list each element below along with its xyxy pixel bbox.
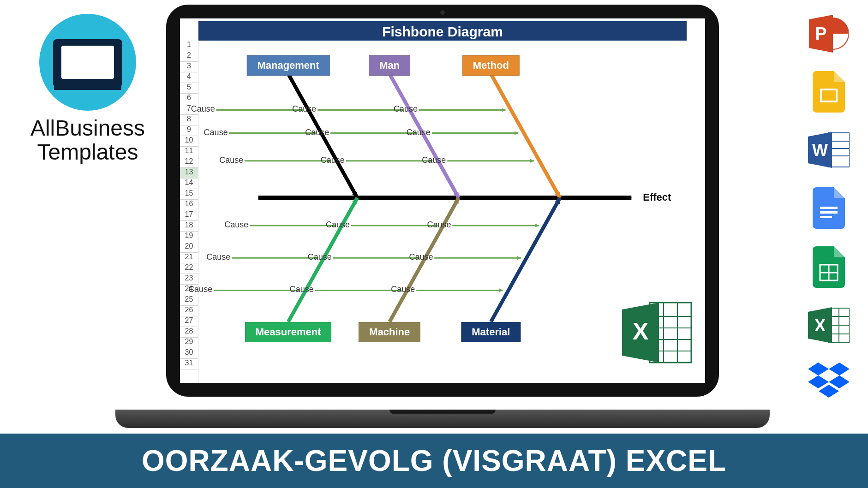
row-number: 10 — [180, 136, 198, 147]
row-number: 25 — [180, 295, 198, 306]
cause-label: Cause — [427, 220, 451, 230]
google-sheets-icon — [813, 246, 845, 288]
row-number: 16 — [180, 200, 198, 210]
category-box: Machine — [359, 322, 420, 342]
cause-label: Cause — [219, 155, 243, 165]
row-number: 29 — [180, 338, 198, 348]
svg-rect-47 — [820, 216, 832, 218]
app-icons-column: P W X — [803, 14, 854, 399]
cause-label: Cause — [326, 220, 350, 230]
svg-rect-46 — [820, 211, 838, 214]
cause-label: Cause — [407, 128, 431, 137]
cause-label: Cause — [290, 285, 314, 294]
cause-label: Cause — [224, 220, 248, 230]
footer-banner: OORZAAK-GEVOLG (VISGRAAT) EXCEL — [0, 434, 868, 488]
cause-label: Cause — [409, 252, 433, 262]
cause-label: Cause — [321, 155, 345, 165]
row-number: 19 — [180, 232, 198, 242]
row-number: 9 — [180, 125, 198, 136]
cause-label: Cause — [394, 104, 418, 114]
svg-text:P: P — [815, 24, 826, 43]
row-number: 12 — [180, 157, 198, 168]
row-number: 26 — [180, 306, 198, 316]
svg-rect-38 — [822, 90, 836, 101]
category-box: Method — [462, 55, 520, 76]
cause-label: Cause — [292, 104, 316, 114]
row-number: 17 — [180, 210, 198, 221]
row-number: 13 — [180, 168, 198, 179]
row-number: 2 — [180, 51, 198, 62]
svg-text:W: W — [812, 141, 828, 160]
row-number: 22 — [180, 263, 198, 274]
row-number: 14 — [180, 179, 198, 189]
cause-label: Cause — [422, 155, 446, 165]
cause-label: Cause — [188, 285, 212, 294]
effect-label: Effect — [643, 191, 671, 203]
cause-label: Cause — [204, 128, 228, 137]
row-number: 15 — [180, 189, 198, 200]
laptop-glyph — [53, 39, 122, 85]
cause-label: Cause — [305, 128, 329, 137]
svg-line-3 — [491, 74, 560, 198]
dropbox-icon — [808, 363, 850, 399]
powerpoint-icon: P — [809, 14, 849, 54]
category-box: Management — [246, 55, 329, 76]
svg-marker-59 — [829, 363, 850, 375]
svg-marker-58 — [808, 363, 829, 375]
row-number: 5 — [180, 83, 198, 94]
row-number: 23 — [180, 274, 198, 285]
diagram-title: Fishbone Diagram — [198, 21, 687, 42]
row-number: 28 — [180, 327, 198, 338]
camera-dot — [440, 10, 445, 15]
excel-icon: X — [617, 298, 696, 369]
svg-text:X: X — [633, 318, 649, 345]
category-box: Material — [461, 322, 521, 342]
row-number: 30 — [180, 348, 198, 359]
screen-content: Fishbone Diagram 12345678910111213141516… — [180, 18, 705, 383]
excel-icon: X — [808, 305, 850, 345]
category-box: Man — [369, 55, 410, 76]
google-slides-icon — [813, 71, 845, 113]
row-number: 4 — [180, 72, 198, 83]
svg-marker-61 — [829, 375, 850, 388]
svg-marker-60 — [808, 375, 829, 388]
footer-text: OORZAAK-GEVOLG (VISGRAAT) EXCEL — [142, 444, 726, 478]
row-number: 27 — [180, 316, 198, 327]
cause-label: Cause — [391, 285, 415, 294]
google-docs-icon — [813, 187, 845, 229]
row-number: 11 — [180, 147, 198, 157]
svg-marker-62 — [819, 385, 839, 398]
cause-label: Cause — [191, 104, 215, 114]
laptop-mockup: Fishbone Diagram 12345678910111213141516… — [166, 5, 719, 428]
cause-label: Cause — [206, 252, 230, 262]
brand-icon — [39, 14, 136, 111]
row-number: 8 — [180, 115, 198, 125]
row-number: 21 — [180, 253, 198, 263]
brand-name: AllBusiness Templates — [18, 116, 157, 164]
svg-line-6 — [491, 198, 560, 322]
fishbone-diagram: CauseCauseCauseCauseCauseCauseCauseCause… — [198, 41, 705, 383]
row-number: 20 — [180, 242, 198, 253]
brand-block: AllBusiness Templates — [18, 14, 157, 164]
row-number: 6 — [180, 94, 198, 104]
row-gutter: 1234567891011121314151617181920212223242… — [180, 41, 198, 383]
svg-rect-45 — [820, 207, 838, 209]
row-number: 3 — [180, 62, 198, 72]
row-number: 18 — [180, 221, 198, 232]
svg-text:X: X — [814, 316, 826, 335]
row-number: 31 — [180, 359, 198, 369]
row-number: 1 — [180, 41, 198, 51]
laptop-base — [115, 410, 770, 428]
word-icon: W — [808, 130, 850, 170]
category-box: Measurement — [245, 322, 332, 342]
cause-label: Cause — [308, 252, 332, 262]
